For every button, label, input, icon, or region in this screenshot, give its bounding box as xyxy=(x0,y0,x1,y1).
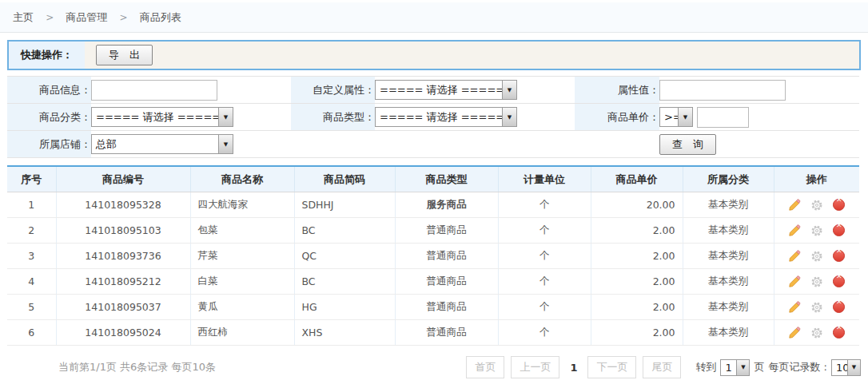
edit-pencil-icon[interactable] xyxy=(788,224,801,237)
settings-gear-icon[interactable] xyxy=(810,199,823,212)
chevron-down-icon: ▼ xyxy=(218,135,233,153)
filter-label-product-type: 商品类型： xyxy=(291,104,375,131)
price-operator-select[interactable]: >= ▼ xyxy=(659,107,693,127)
cell-code: 141018095328 xyxy=(56,192,190,218)
breadcrumb-product-list: 商品列表 xyxy=(140,11,181,23)
table-row: 4141018095212白菜BC普通商品个2.00基本类别 ✕ xyxy=(7,269,859,295)
cell-code: 141018093736 xyxy=(56,244,190,269)
breadcrumb-home[interactable]: 主页 xyxy=(13,11,34,23)
cell-ops: ✕ xyxy=(774,295,859,320)
custom-attr-select[interactable]: ===== 请选择 ===== ▼ xyxy=(375,80,517,100)
product-type-select[interactable]: ===== 请选择 ===== ▼ xyxy=(375,107,517,127)
table-header-row: 序号 商品编号 商品名称 商品简码 商品类型 计量单位 商品单价 所属分类 操作 xyxy=(7,166,859,192)
page-size-value: 10 xyxy=(832,362,847,374)
cell-price: 2.00 xyxy=(591,320,683,346)
goto-suffix: 页 xyxy=(754,360,764,374)
edit-pencil-icon[interactable] xyxy=(788,250,801,263)
cell-index: 5 xyxy=(7,295,56,320)
header-name: 商品名称 xyxy=(190,166,294,192)
cell-index: 3 xyxy=(7,244,56,269)
filter-form: 商品信息： 自定义属性： ===== 请选择 ===== ▼ 属性值： 商品分类… xyxy=(7,76,859,158)
cell-name: 白菜 xyxy=(190,269,294,295)
cell-short-code: XHS xyxy=(294,320,395,346)
filter-label-attr-value: 属性值： xyxy=(575,77,659,104)
settings-gear-icon[interactable] xyxy=(810,224,823,237)
cell-unit: 个 xyxy=(498,218,591,244)
quick-action-bar: 快捷操作： 导 出 xyxy=(7,40,861,70)
table-row: 3141018093736芹菜QC普通商品个2.00基本类别 ✕ xyxy=(7,244,859,269)
cell-short-code: BC xyxy=(294,218,395,244)
edit-pencil-icon[interactable] xyxy=(788,275,801,288)
delete-icon[interactable]: ✕ xyxy=(833,301,845,313)
table-row: 1141018095328四大航海家SDHHJ服务商品个20.00基本类别 ✕ xyxy=(7,192,859,218)
cell-index: 1 xyxy=(7,192,56,218)
cell-type: 普通商品 xyxy=(395,320,498,346)
cell-type: 普通商品 xyxy=(395,269,498,295)
header-code: 商品编号 xyxy=(56,166,190,192)
prev-page-button[interactable]: 上一页 xyxy=(511,356,559,378)
store-select[interactable]: 总部 ▼ xyxy=(91,134,233,154)
cell-price: 2.00 xyxy=(591,295,683,320)
cell-category: 基本类别 xyxy=(683,218,774,244)
edit-pencil-icon[interactable] xyxy=(788,301,801,314)
cell-index: 4 xyxy=(7,269,56,295)
delete-icon[interactable]: ✕ xyxy=(833,199,845,211)
first-page-button[interactable]: 首页 xyxy=(466,356,504,378)
cell-name: 黄瓜 xyxy=(190,295,294,320)
chevron-down-icon: ▼ xyxy=(218,108,233,126)
cell-category: 基本类别 xyxy=(683,320,774,346)
header-unit: 计量单位 xyxy=(498,166,591,192)
cell-ops: ✕ xyxy=(774,218,859,244)
header-price: 商品单价 xyxy=(591,166,683,192)
cell-name: 包菜 xyxy=(190,218,294,244)
cell-code: 141018095024 xyxy=(56,320,190,346)
price-input[interactable] xyxy=(697,107,749,128)
attr-value-input[interactable] xyxy=(659,80,786,101)
delete-icon[interactable]: ✕ xyxy=(833,250,845,262)
next-page-button[interactable]: 下一页 xyxy=(587,356,636,378)
chevron-down-icon: ▼ xyxy=(736,360,749,375)
edit-pencil-icon[interactable] xyxy=(788,327,801,339)
last-page-button[interactable]: 尾页 xyxy=(643,356,681,378)
category-select[interactable]: ===== 请选择 ===== ▼ xyxy=(91,107,233,127)
cell-unit: 个 xyxy=(498,295,591,320)
header-index: 序号 xyxy=(7,166,56,192)
export-button[interactable]: 导 出 xyxy=(96,45,153,65)
header-short-code: 商品简码 xyxy=(294,166,395,192)
product-type-select-value: ===== 请选择 ===== xyxy=(376,110,502,125)
cell-unit: 个 xyxy=(498,320,591,346)
cell-code: 141018095212 xyxy=(56,269,190,295)
settings-gear-icon[interactable] xyxy=(810,250,823,263)
breadcrumb-product-management[interactable]: 商品管理 xyxy=(66,11,107,23)
search-button[interactable]: 查 询 xyxy=(659,134,716,155)
page-size-select[interactable]: 10 ▼ xyxy=(831,359,861,376)
breadcrumb-separator-icon: > xyxy=(46,12,54,23)
goto-label: 转到 xyxy=(695,360,716,374)
goto-page-select[interactable]: 1 ▼ xyxy=(720,359,750,376)
cell-short-code: BC xyxy=(294,269,395,295)
cell-index: 6 xyxy=(7,320,56,346)
product-info-input[interactable] xyxy=(91,80,217,101)
cell-price: 20.00 xyxy=(591,192,683,218)
filter-label-custom-attr: 自定义属性： xyxy=(291,77,375,104)
header-category: 所属分类 xyxy=(683,166,774,192)
cell-ops: ✕ xyxy=(774,269,859,295)
delete-icon[interactable]: ✕ xyxy=(833,327,845,339)
chevron-down-icon: ▼ xyxy=(502,108,516,126)
delete-icon[interactable]: ✕ xyxy=(833,275,845,287)
cell-category: 基本类别 xyxy=(683,295,774,320)
edit-pencil-icon[interactable] xyxy=(788,199,801,212)
price-operator-value: >= xyxy=(660,111,678,123)
cell-type: 普通商品 xyxy=(395,295,498,320)
settings-gear-icon[interactable] xyxy=(810,301,823,314)
cell-price: 2.00 xyxy=(591,244,683,269)
filter-label-product-info: 商品信息： xyxy=(7,77,91,104)
store-select-value: 总部 xyxy=(92,137,218,152)
settings-gear-icon[interactable] xyxy=(810,275,823,288)
settings-gear-icon[interactable] xyxy=(810,327,823,339)
delete-icon[interactable]: ✕ xyxy=(833,224,845,236)
cell-short-code: SDHHJ xyxy=(294,192,395,218)
product-table: 序号 商品编号 商品名称 商品简码 商品类型 计量单位 商品单价 所属分类 操作… xyxy=(7,165,859,346)
cell-code: 141018095037 xyxy=(56,295,190,320)
goto-page-value: 1 xyxy=(721,362,736,374)
